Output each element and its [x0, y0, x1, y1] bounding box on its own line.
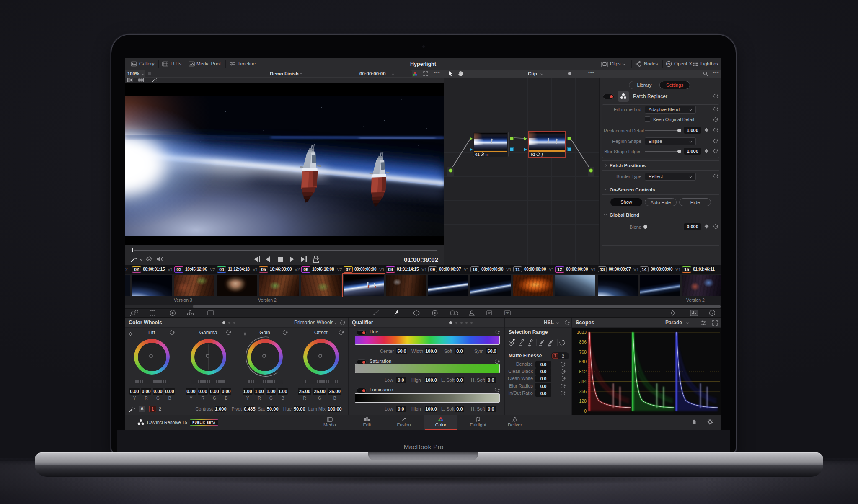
- svg-text:fx: fx: [667, 62, 670, 66]
- svg-text:384: 384: [579, 379, 587, 384]
- svg-text:768: 768: [579, 349, 587, 354]
- svg-text:512: 512: [579, 369, 587, 374]
- svg-text:128: 128: [579, 398, 587, 403]
- svg-text:640: 640: [579, 359, 587, 364]
- svg-text:0: 0: [584, 408, 587, 414]
- svg-text:3D: 3D: [506, 312, 509, 315]
- svg-text:256: 256: [579, 389, 587, 394]
- svg-text:896: 896: [579, 339, 587, 344]
- svg-text:1023: 1023: [577, 330, 587, 335]
